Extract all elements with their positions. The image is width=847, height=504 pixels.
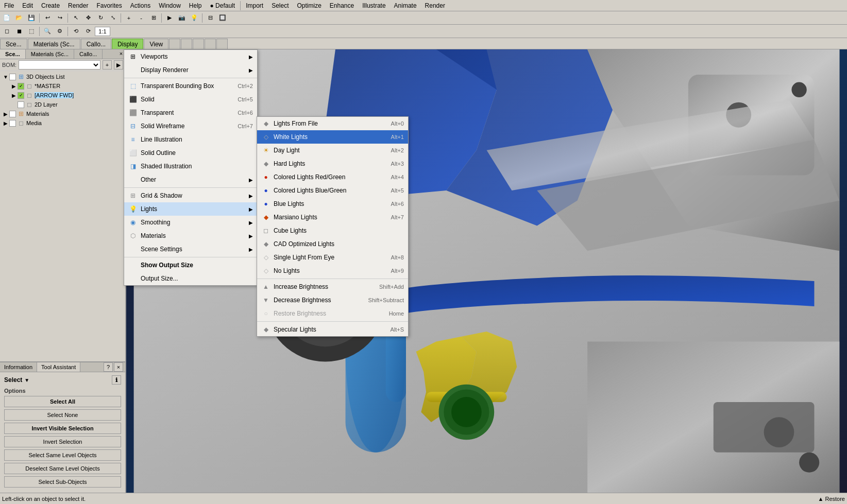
- menu-display-renderer[interactable]: Display Renderer ▶: [124, 63, 257, 77]
- submenu-increase-brightness[interactable]: ▲ Increase Brightness Shift+Add: [257, 280, 408, 293]
- tab-materials[interactable]: Materials (Sc...: [28, 39, 80, 49]
- menu-file[interactable]: File: [0, 1, 18, 10]
- tree-expand-arrowfwd[interactable]: ▶: [10, 92, 18, 99]
- menu-scene-settings[interactable]: Scene Settings ▶: [124, 242, 257, 256]
- tb-redo[interactable]: ↪: [54, 13, 65, 23]
- info-tab-tool-assistant[interactable]: Tool Assistant: [37, 362, 80, 372]
- submenu-lights-from-file[interactable]: ◆ Lights From File Alt+0: [257, 117, 408, 130]
- tb-open[interactable]: 📂: [13, 13, 25, 23]
- tb-camera[interactable]: 📷: [176, 13, 188, 23]
- tab-t1[interactable]: [169, 39, 180, 49]
- menu-show-output[interactable]: Show Output Size: [124, 258, 257, 272]
- tb-light[interactable]: 💡: [189, 13, 200, 23]
- submenu-colored-red-green[interactable]: ● Colored Lights Red/Green Alt+4: [257, 170, 408, 184]
- menu-other[interactable]: Other ▶: [124, 173, 257, 186]
- btn-same-level[interactable]: Select Same Level Objects: [4, 449, 121, 461]
- submenu-blue-lights[interactable]: ● Blue Lights Alt+6: [257, 197, 408, 211]
- panel-tab-scene[interactable]: Sce...: [0, 49, 26, 59]
- bom-select[interactable]: [19, 60, 100, 69]
- tb2-1[interactable]: ◻: [1, 26, 12, 37]
- panel-tab-materials[interactable]: Materials (Sc...: [26, 49, 74, 59]
- tree-expand-materials[interactable]: ▶: [2, 110, 9, 117]
- tb-save[interactable]: 💾: [26, 13, 37, 23]
- submenu-decrease-brightness[interactable]: ▼ Decrease Brightness Shift+Subtract: [257, 293, 408, 307]
- menu-illustrate[interactable]: Illustrate: [358, 1, 389, 10]
- btn-sub-objects[interactable]: Select Sub-Objects: [4, 476, 121, 488]
- tree-check-3dobjects[interactable]: [9, 74, 16, 80]
- tab-scene[interactable]: Sce...: [0, 39, 27, 49]
- menu-animate[interactable]: Animate: [390, 1, 421, 10]
- tb-fit[interactable]: ⊞: [148, 13, 159, 23]
- submenu-cube-lights[interactable]: ◻ Cube Lights: [257, 224, 408, 237]
- restore-btn[interactable]: ▲ Restore: [818, 496, 845, 502]
- panel-help-btn[interactable]: ?: [104, 362, 113, 372]
- submenu-white-lights[interactable]: ◇ White Lights Alt+1: [257, 130, 408, 144]
- tab-view[interactable]: View: [144, 39, 168, 49]
- tb2-2[interactable]: ◼: [13, 26, 25, 37]
- tree-item-materials[interactable]: ▶ ⊞ Materials: [1, 109, 124, 118]
- tb-zoom-out[interactable]: -: [135, 13, 147, 23]
- menu-transparent-bbox[interactable]: ⬚ Transparent Bounding Box Ctrl+2: [124, 79, 257, 93]
- bom-btn1[interactable]: +: [103, 60, 112, 69]
- menu-output-size[interactable]: Output Size...: [124, 272, 257, 285]
- submenu-day-light[interactable]: ☀ Day Light Alt+2: [257, 144, 408, 157]
- tb2-7[interactable]: ⟳: [82, 26, 94, 37]
- tb-new[interactable]: 📄: [1, 13, 12, 23]
- tb-move[interactable]: ✥: [82, 13, 94, 23]
- tb-grid[interactable]: ⊟: [205, 13, 216, 23]
- tb-select[interactable]: ↖: [70, 13, 81, 23]
- menu-default[interactable]: ● Default: [206, 1, 240, 10]
- menu-help[interactable]: Help: [185, 1, 206, 10]
- info-tab-information[interactable]: Information: [0, 362, 37, 372]
- tb2-4[interactable]: 🔍: [42, 26, 53, 37]
- select-dropdown[interactable]: Select ▼: [4, 376, 29, 384]
- submenu-single-light[interactable]: ◇ Single Light From Eye Alt+8: [257, 251, 408, 264]
- menu-actions[interactable]: Actions: [126, 1, 155, 10]
- btn-select-none[interactable]: Select None: [4, 409, 121, 421]
- submenu-hard-lights[interactable]: ◆ Hard Lights Alt+3: [257, 157, 408, 170]
- menu-grid-shadow[interactable]: ⊞ Grid & Shadow ▶: [124, 189, 257, 202]
- menu-solid[interactable]: ⬛ Solid Ctrl+5: [124, 93, 257, 106]
- tb-rotate[interactable]: ↻: [95, 13, 106, 23]
- tb2-6[interactable]: ⟲: [70, 26, 81, 37]
- menu-viewports[interactable]: ⊞ Viewports ▶: [124, 50, 257, 63]
- tb-zoom-in[interactable]: +: [123, 13, 134, 23]
- tb2-3[interactable]: ⬚: [26, 26, 37, 37]
- menu-render[interactable]: Render: [64, 1, 92, 10]
- menu-import[interactable]: Import: [242, 1, 267, 10]
- menu-materials-disp[interactable]: ⬡ Materials ▶: [124, 229, 257, 242]
- btn-invert-selection[interactable]: Invert Selection: [4, 436, 121, 447]
- tab-t3[interactable]: [193, 39, 204, 49]
- tb2-5[interactable]: ⚙: [54, 26, 65, 37]
- menu-solid-wireframe[interactable]: ⊟ Solid Wireframe Ctrl+7: [124, 119, 257, 133]
- tb-scale[interactable]: ⤡: [107, 13, 118, 23]
- tab-t4[interactable]: [205, 39, 216, 49]
- submenu-colored-blue-green[interactable]: ● Colored Lights Blue/Green Alt+5: [257, 184, 408, 197]
- tree-expand-master[interactable]: ▶: [10, 82, 18, 90]
- menu-create[interactable]: Create: [37, 1, 64, 10]
- tree-expand-3dobjects[interactable]: ▼: [2, 73, 9, 80]
- menu-enhance[interactable]: Enhance: [326, 1, 358, 10]
- select-info[interactable]: ℹ: [112, 375, 121, 385]
- btn-invert-visible[interactable]: Invert Visible Selection: [4, 423, 121, 434]
- submenu-specular-lights[interactable]: ◆ Specular Lights Alt+S: [257, 323, 408, 336]
- tree-check-master[interactable]: ✓: [18, 83, 24, 90]
- menu-window[interactable]: Window: [155, 1, 185, 10]
- tree-item-master[interactable]: ▶ ✓ ◻ *MASTER: [1, 81, 124, 91]
- panel-tab-callo[interactable]: Callo...: [74, 49, 103, 59]
- menu-optimize[interactable]: Optimize: [293, 1, 326, 10]
- menu-lights[interactable]: 💡 Lights ▶: [124, 202, 257, 216]
- menu-transparent[interactable]: ⬛ Transparent Ctrl+6: [124, 106, 257, 119]
- btn-deselect-same[interactable]: Deselect Same Level Objects: [4, 463, 121, 474]
- tab-t2[interactable]: [181, 39, 192, 49]
- tree-check-media[interactable]: [9, 120, 16, 127]
- tree-check-materials[interactable]: [9, 111, 16, 117]
- tab-callo[interactable]: Callo...: [81, 39, 111, 49]
- btn-select-all[interactable]: Select All: [4, 396, 121, 407]
- panel-close-bottom[interactable]: ×: [114, 362, 123, 372]
- menu-render2[interactable]: Render: [421, 1, 449, 10]
- menu-favorites[interactable]: Favorites: [92, 1, 126, 10]
- menu-select[interactable]: Select: [267, 1, 293, 10]
- tb-snap[interactable]: 🔲: [217, 13, 228, 23]
- submenu-no-lights[interactable]: ◇ No Lights Alt+9: [257, 264, 408, 277]
